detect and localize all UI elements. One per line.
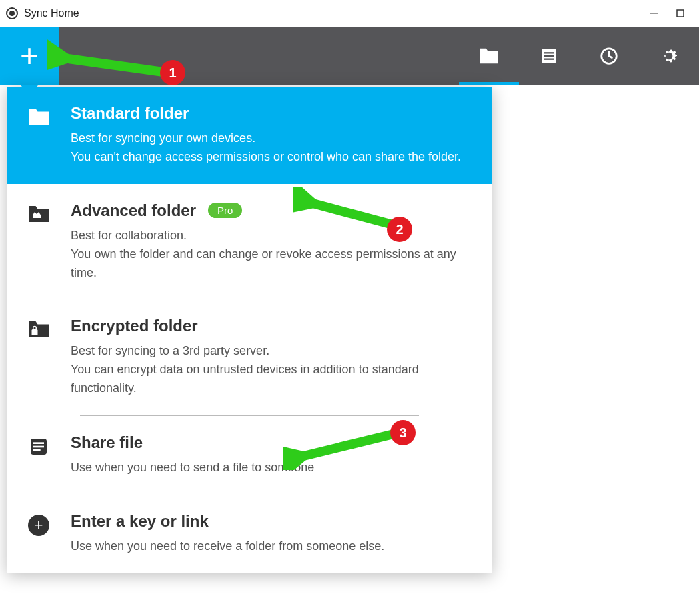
menu-item-description: Best for syncing your own devices.You ca… — [71, 129, 471, 167]
menu-item-encrypted-folder[interactable]: Encrypted folder Best for syncing to a 3… — [7, 299, 492, 415]
svg-point-1 — [9, 11, 15, 16]
menu-item-description: Use when you need to receive a folder fr… — [71, 537, 471, 556]
menu-item-enter-key[interactable]: + Enter a key or link Use when you need … — [7, 495, 492, 573]
svg-rect-11 — [33, 442, 44, 444]
file-icon — [25, 433, 52, 477]
gear-icon — [658, 45, 680, 67]
svg-rect-5 — [544, 52, 554, 53]
svg-rect-12 — [33, 446, 44, 448]
nav-history[interactable] — [579, 27, 639, 85]
lock-folder-icon — [25, 317, 52, 398]
app-icon — [5, 7, 19, 20]
menu-item-description: Best for collaboration.You own the folde… — [71, 227, 471, 283]
svg-rect-13 — [33, 449, 41, 451]
menu-item-description: Use when you need to send a file to some… — [71, 459, 471, 477]
menu-item-description: Best for syncing to a 3rd party server.Y… — [71, 342, 471, 398]
menu-item-advanced-folder[interactable]: Advanced folder Pro Best for collaborati… — [7, 184, 492, 300]
svg-rect-6 — [544, 55, 554, 57]
nav-transfers[interactable] — [519, 27, 579, 85]
menu-item-title: Share file — [71, 433, 471, 452]
clock-icon — [599, 46, 619, 66]
window-title-bar: Sync Home — [0, 0, 699, 27]
window-minimize-button[interactable] — [640, 3, 667, 24]
folder-icon — [478, 47, 500, 65]
svg-rect-7 — [544, 59, 554, 60]
plus-icon: + — [20, 40, 39, 72]
menu-item-title: Standard folder — [71, 104, 471, 123]
list-icon — [540, 47, 558, 65]
plus-circle-icon: + — [25, 512, 52, 556]
menu-item-title: Enter a key or link — [71, 512, 471, 531]
window-maximize-button[interactable] — [667, 3, 694, 24]
nav-settings[interactable] — [639, 27, 699, 85]
nav-tabs — [459, 27, 699, 85]
nav-folders[interactable] — [459, 27, 519, 85]
svg-rect-3 — [677, 10, 684, 17]
main-toolbar: + — [0, 27, 699, 85]
menu-item-share-file[interactable]: Share file Use when you need to send a f… — [7, 416, 492, 495]
menu-item-title: Advanced folder — [71, 201, 196, 220]
svg-rect-9 — [32, 329, 38, 335]
folder-icon — [25, 104, 52, 167]
pro-badge: Pro — [208, 203, 242, 218]
window-title: Sync Home — [24, 7, 79, 19]
add-button[interactable]: + — [0, 27, 59, 85]
menu-item-standard-folder[interactable]: Standard folder Best for syncing your ow… — [7, 87, 492, 184]
menu-item-title: Encrypted folder — [71, 317, 471, 335]
add-dropdown-menu: Standard folder Best for syncing your ow… — [7, 87, 492, 573]
crown-folder-icon — [25, 201, 52, 283]
svg-rect-2 — [650, 13, 658, 14]
